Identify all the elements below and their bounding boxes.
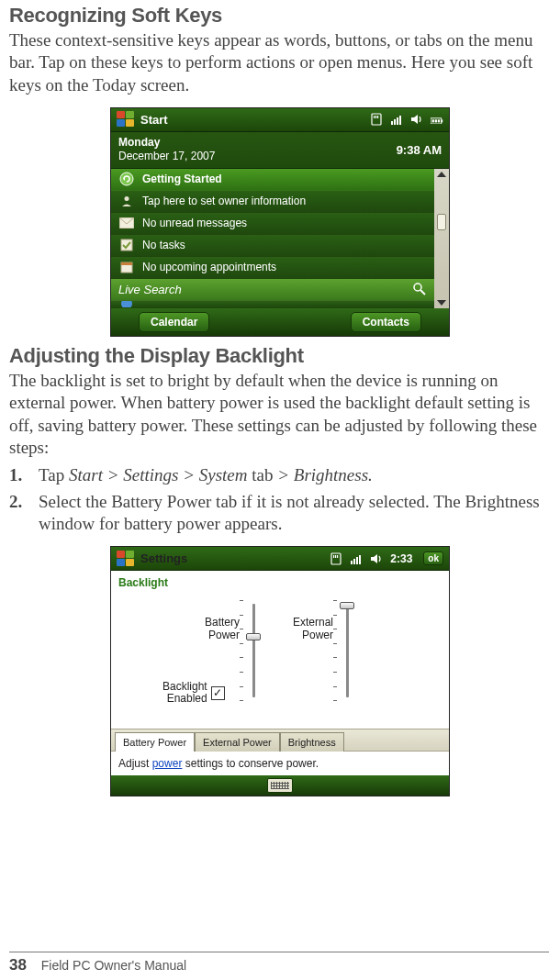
scrollbar[interactable] (434, 169, 449, 308)
date-full: December 17, 2007 (118, 150, 215, 162)
svg-point-21 (414, 284, 421, 291)
step-text-lead: Tap (39, 465, 69, 484)
step-text: Select the Battery Power tab if it is no… (39, 492, 540, 533)
speaker-icon[interactable] (410, 113, 423, 126)
start-flag-icon[interactable] (117, 111, 135, 128)
search-icon[interactable] (412, 282, 427, 296)
svg-rect-1 (374, 116, 375, 118)
softkey-bar: Calendar Contacts (111, 308, 449, 336)
storage-card-icon[interactable] (330, 552, 342, 565)
svg-line-22 (420, 290, 425, 295)
svg-point-23 (121, 301, 132, 308)
svg-rect-0 (372, 114, 381, 125)
svg-rect-7 (399, 116, 401, 125)
page-footer: 38 Field PC Owner's Manual (9, 952, 549, 974)
clock-time: 2:33 (390, 552, 412, 565)
scroll-down-icon[interactable] (437, 300, 446, 306)
softkey-right[interactable]: Contacts (351, 312, 421, 332)
hint-text: Adjust power settings to conserve power. (111, 751, 449, 775)
svg-rect-10 (442, 119, 443, 122)
row-messages[interactable]: No unread messages (111, 213, 434, 235)
row-label: Getting Started (142, 173, 222, 185)
steps-list: 1. Tap Start > Settings > System tab > B… (9, 464, 551, 535)
svg-rect-31 (359, 555, 361, 564)
ok-button[interactable]: ok (423, 551, 443, 565)
keyboard-icon[interactable] (267, 778, 293, 793)
svg-rect-24 (331, 553, 341, 564)
scroll-up-icon[interactable] (437, 172, 446, 177)
globe-icon (118, 301, 135, 308)
title-bar-label[interactable]: Start (140, 113, 364, 127)
tab-battery-power[interactable]: Battery Power (115, 732, 195, 752)
svg-rect-13 (438, 119, 440, 122)
sip-bar (111, 775, 449, 796)
svg-rect-11 (432, 119, 434, 122)
svg-marker-32 (371, 554, 377, 563)
start-flag-icon[interactable] (117, 551, 135, 567)
storage-card-icon[interactable] (370, 113, 383, 126)
date-row[interactable]: Monday December 17, 2007 9:38 AM (111, 132, 449, 169)
clock-time: 9:38 AM (397, 143, 442, 157)
getting-started-icon (118, 172, 135, 186)
svg-rect-6 (397, 117, 398, 125)
battery-slider[interactable] (245, 600, 262, 701)
row-label: No upcoming appointments (142, 261, 276, 273)
softkey-left[interactable]: Calendar (139, 312, 209, 332)
svg-rect-25 (333, 555, 334, 558)
battery-icon[interactable] (431, 113, 443, 126)
scroll-thumb[interactable] (437, 214, 446, 230)
backlight-enabled-block: Backlight Enabled ✓ (162, 681, 225, 705)
row-appointments[interactable]: No upcoming appointments (111, 257, 434, 279)
svg-marker-8 (411, 115, 418, 124)
step-path-2: > Brightness. (277, 465, 373, 484)
svg-rect-28 (351, 561, 353, 564)
battery-slider-label: Battery Power (205, 600, 240, 642)
step-num: 1. (9, 464, 22, 486)
calendar-icon (118, 260, 135, 274)
signal-icon[interactable] (390, 113, 403, 126)
paragraph-softkeys: These context-sensitive keys appear as w… (9, 29, 551, 96)
step-1: 1. Tap Start > Settings > System tab > B… (35, 464, 551, 486)
svg-rect-3 (377, 116, 378, 118)
day-of-week: Monday (118, 136, 397, 150)
row-label: Tap here to set owner information (142, 195, 306, 207)
tab-bar: Battery Power External Power Brightness (111, 729, 449, 751)
svg-rect-29 (353, 559, 355, 564)
tab-external-power[interactable]: External Power (195, 732, 280, 752)
svg-rect-30 (356, 557, 358, 564)
row-owner-info[interactable]: Tap here to set owner information (111, 191, 434, 213)
svg-rect-18 (121, 239, 132, 251)
step-2: 2. Select the Battery Power tab if it is… (35, 491, 551, 536)
svg-rect-5 (394, 119, 396, 125)
step-path-1: Start > Settings > System (69, 465, 248, 484)
external-slider[interactable] (339, 600, 355, 701)
external-slider-block: External Power (293, 600, 355, 701)
tab-brightness[interactable]: Brightness (280, 732, 344, 752)
manual-title: Field PC Owner's Manual (41, 958, 186, 973)
svg-rect-27 (337, 555, 338, 558)
row-tasks[interactable]: No tasks (111, 235, 434, 257)
live-search-row[interactable]: Live Search (111, 279, 434, 301)
step-num: 2. (9, 491, 22, 513)
backlight-enabled-checkbox[interactable]: ✓ (211, 686, 225, 700)
power-link[interactable]: power (152, 757, 183, 770)
heading-softkeys: Recognizing Soft Keys (9, 4, 551, 28)
heading-backlight: Adjusting the Display Backlight (9, 344, 551, 368)
row-getting-started[interactable]: Getting Started (111, 169, 434, 191)
backlight-enabled-label: Backlight Enabled (162, 681, 207, 705)
envelope-icon (118, 216, 135, 230)
svg-rect-2 (375, 116, 376, 118)
external-slider-label: External Power (293, 600, 333, 642)
title-bar: Settings 2:33 ok (111, 547, 449, 571)
svg-point-14 (120, 173, 133, 185)
signal-icon[interactable] (350, 552, 363, 565)
tasks-icon (118, 238, 135, 252)
svg-rect-12 (435, 119, 437, 122)
row-cutoff (111, 301, 434, 308)
row-label: No unread messages (142, 217, 247, 229)
figure-settings-backlight: Settings 2:33 ok Backlight Battery Power (110, 546, 450, 796)
speaker-icon[interactable] (370, 552, 383, 565)
svg-point-16 (125, 196, 129, 201)
hint-after: settings to conserve power. (182, 757, 319, 770)
svg-rect-4 (391, 121, 393, 125)
